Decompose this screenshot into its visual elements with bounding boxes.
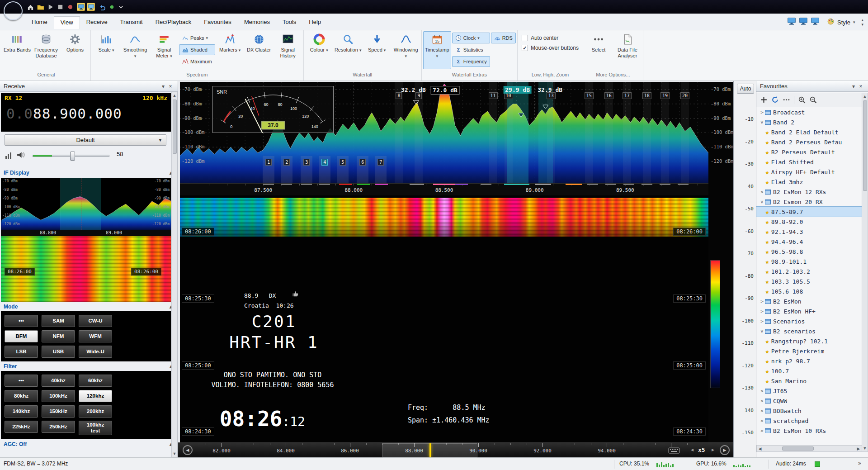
close-icon[interactable]: × [167, 83, 174, 90]
frequency-display[interactable]: RX 12 120 kHz 0.088.900.000 [1, 93, 171, 132]
select-button[interactable]: Select [585, 31, 613, 69]
spectrum-marker-5[interactable]: 5 [340, 159, 346, 166]
receive-panel-scrollbar[interactable]: ▲ ▼ [171, 92, 178, 457]
chevron-collapsed-icon[interactable]: > [759, 388, 765, 394]
folder-icon[interactable] [36, 3, 44, 11]
spectrum-marker-2[interactable]: 2 [283, 159, 290, 166]
tree-item-94-4-96-4[interactable]: ★94.4-96.4 [756, 237, 862, 247]
mode-wide-u-button[interactable]: Wide-U [79, 346, 112, 358]
mode-header[interactable]: Mode▴ [0, 302, 178, 311]
filter---button[interactable]: ••• [5, 375, 38, 387]
tree-item-band-2-perseus-defau[interactable]: ★Band 2 Perseus Defau [756, 137, 862, 147]
zoom-increase-icon[interactable]: ▶ [712, 448, 714, 452]
filter-100khz-button[interactable]: 100kHz [42, 390, 75, 402]
app-logo[interactable] [4, 1, 23, 20]
spectrum-marker-11[interactable]: 11 [489, 92, 498, 99]
tree-item-100-7[interactable]: ★100.7 [756, 366, 862, 376]
monitor-icon[interactable] [799, 17, 808, 28]
if-display-header[interactable]: IF Display▴ [0, 168, 178, 177]
frequency-navigation-bar[interactable]: ◀ 82.00084.00086.00088.00090.00092.00094… [178, 442, 733, 457]
chevron-collapsed-icon[interactable]: > [759, 398, 765, 404]
tree-item-scratchpad[interactable]: >scratchpad [756, 416, 862, 426]
record-icon[interactable] [66, 3, 74, 11]
tree-item-b2-esmon-20-rx[interactable]: >B2 Esmon 20 RX [756, 197, 862, 207]
chevron-collapsed-icon[interactable]: > [759, 318, 765, 324]
tree-item-b2-scenarios[interactable]: >B2 scenarios [756, 326, 862, 336]
rds-button[interactable]: RDS [491, 33, 516, 43]
tree-item-92-1-94-3[interactable]: ★92.1-94.3 [756, 227, 862, 237]
scroll-down-icon[interactable]: ▼ [862, 446, 868, 451]
spectrum-marker-3[interactable]: 3 [303, 159, 310, 166]
tree-item-elad-3mhz[interactable]: ★Elad 3mhz [756, 177, 862, 187]
smoothing-button[interactable]: Smoothing ▾ [121, 31, 149, 69]
chevron-collapsed-icon[interactable]: > [759, 418, 765, 424]
play-icon[interactable] [46, 3, 54, 11]
tree-item-b2-esmon[interactable]: >B2 EsMon [756, 296, 862, 306]
tree-item-band-2[interactable]: >Band 2 [756, 117, 862, 127]
tree-item-b2-esmon-hf-[interactable]: >B2 EsMon HF+ [756, 306, 862, 316]
filter-150khz-button[interactable]: 150kHz [42, 405, 75, 418]
screen-icon[interactable] [87, 3, 95, 11]
chevron-collapsed-icon[interactable]: > [759, 299, 765, 304]
chevron-collapsed-icon[interactable]: > [759, 428, 765, 433]
if-waterfall[interactable]: 08:26:00 08:26:00 [1, 236, 171, 302]
tree-item-b2-perseus-default[interactable]: ★B2 Perseus Default [756, 147, 862, 157]
chevron-expanded-icon[interactable]: > [759, 328, 765, 334]
tree-item-87-5-89-7[interactable]: ★87.5-89.7 [756, 207, 862, 217]
spectrum-marker-4[interactable]: 4 [321, 159, 328, 166]
volume-slider[interactable] [33, 155, 109, 157]
mode-cw-u-button[interactable]: CW-U [79, 315, 112, 327]
colour-button[interactable]: Colour ▾ [305, 31, 333, 69]
tree-item-bobwatch[interactable]: >BOBwatch [756, 406, 862, 416]
filter-100khz-test-button[interactable]: 100khz test [79, 421, 112, 435]
mouse-over-buttons-checkbox[interactable]: ✓Mouse-over buttons [522, 45, 579, 51]
tree-item-89-8-92-0[interactable]: ★89.8-92.0 [756, 217, 862, 227]
speed-button[interactable]: Speed ▾ [363, 31, 391, 69]
screen-icon[interactable] [77, 3, 85, 11]
if-spectrum[interactable]: -70 dBm-80 dBm-90 dBm-100 dBm-110 dBm-12… [1, 178, 171, 230]
nav-left-button[interactable]: ◀ [183, 445, 193, 455]
markers-button[interactable]: Markers ▾ [216, 31, 244, 69]
dx-cluster-button[interactable]: DX Cluster [245, 31, 273, 69]
signal-meter-button[interactable]: Signal Meter ▾ [150, 31, 178, 69]
refresh-button[interactable] [771, 96, 779, 104]
customize-chevron-icon[interactable] [117, 3, 125, 11]
close-icon[interactable]: × [857, 83, 864, 90]
auto-scale-button[interactable]: Auto [737, 84, 754, 94]
zoom-out-button[interactable] [809, 96, 817, 104]
filter-120khz-button[interactable]: 120khz [79, 390, 112, 402]
thumbs-up-icon[interactable] [292, 290, 299, 299]
spectrum-marker-16[interactable]: 16 [604, 92, 613, 99]
scale-button[interactable]: Scale ▾ [92, 31, 120, 69]
clock-button[interactable]: Clock▾ [452, 33, 490, 43]
options-button[interactable]: Options [61, 31, 89, 69]
mode-bfm-button[interactable]: BFM [5, 330, 38, 342]
spectrum-marker-6[interactable]: 6 [359, 159, 366, 166]
chevron-expanded-icon[interactable]: > [759, 119, 765, 125]
scroll-up-icon[interactable]: ▲ [172, 93, 177, 98]
chevron-collapsed-icon[interactable]: > [759, 408, 765, 414]
filter-80khz-button[interactable]: 80khz [5, 390, 38, 402]
statistics-button[interactable]: ΣStatistics [452, 44, 490, 55]
timestamp-button[interactable]: 15Timestamp ▾ [423, 31, 451, 69]
data-file-analyser-button[interactable]: Data File Analyser [613, 31, 642, 69]
chevron-collapsed-icon[interactable]: > [759, 189, 765, 195]
resolution-button[interactable]: Resolution ▾ [334, 31, 362, 69]
mode---button[interactable]: ••• [5, 315, 38, 327]
tree-item-band-2-elad-default[interactable]: ★Band 2 Elad Default [756, 127, 862, 137]
tree-item-cqww[interactable]: >CQWW [756, 396, 862, 406]
mode-lsb-button[interactable]: LSB [5, 346, 38, 358]
tab-favourites[interactable]: Favourites [198, 16, 238, 29]
chevron-collapsed-icon[interactable]: > [759, 109, 765, 115]
volume-slider-thumb[interactable] [70, 152, 75, 161]
spectrum-marker-19[interactable]: 19 [660, 92, 670, 99]
levels-icon[interactable] [5, 152, 12, 161]
agc-header[interactable]: AGC: Off▴ [0, 440, 178, 449]
tree-item-103-3-105-5[interactable]: ★103.3-105.5 [756, 276, 862, 286]
mode-usb-button[interactable]: USB [42, 346, 75, 358]
scroll-down-icon[interactable]: ▼ [172, 451, 177, 456]
tab-view[interactable]: View [54, 16, 80, 29]
stop-icon[interactable] [56, 3, 64, 11]
tree-item-nrk-p2-98-7[interactable]: ★nrk p2 98.7 [756, 356, 862, 366]
status-overflow-icon[interactable]: » [858, 460, 861, 466]
